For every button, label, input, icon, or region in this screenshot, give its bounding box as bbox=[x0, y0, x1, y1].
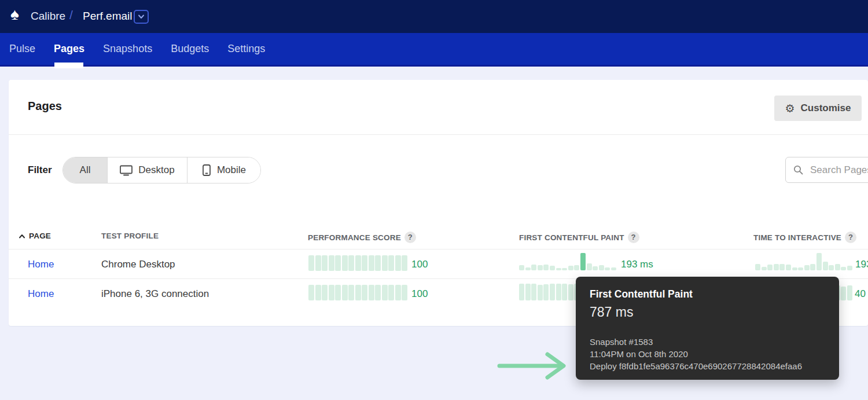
tooltip-timestamp: 11:04PM on Oct 8th 2020 bbox=[590, 348, 825, 360]
fcp-value-row1: 193 ms bbox=[621, 259, 653, 270]
column-header-time-to-interactive: TIME TO INTERACTIVE ? bbox=[753, 232, 856, 243]
annotation-arrow-icon bbox=[496, 352, 575, 380]
title-divider bbox=[9, 134, 868, 135]
performance-score-sparkline-row1[interactable] bbox=[308, 255, 407, 271]
performance-score-help-icon[interactable]: ? bbox=[404, 232, 416, 243]
calibre-spade-logo-icon[interactable]: ♠ bbox=[10, 6, 19, 23]
filter-label: Filter bbox=[28, 164, 52, 176]
active-tab-indicator bbox=[54, 63, 83, 68]
tooltip-meta: Snapshot #1583 11:04PM on Oct 8th 2020 D… bbox=[590, 336, 825, 372]
page-title: Pages bbox=[28, 100, 62, 113]
breadcrumb-project[interactable]: Perf.email bbox=[83, 10, 133, 23]
column-header-performance-score: PERFORMANCE SCORE ? bbox=[308, 232, 416, 243]
tooltip-title: First Contentful Paint bbox=[590, 288, 825, 300]
column-header-performance-score-label: PERFORMANCE SCORE bbox=[308, 233, 401, 242]
test-profile-row2: iPhone 6, 3G connection bbox=[101, 288, 209, 300]
mobile-icon bbox=[202, 164, 211, 176]
nav-item-budgets[interactable]: Budgets bbox=[171, 43, 209, 55]
nav-item-pulse[interactable]: Pulse bbox=[9, 43, 35, 55]
filter-mobile-label: Mobile bbox=[217, 164, 246, 176]
search-icon bbox=[793, 165, 803, 175]
main-navigation: Pulse Pages Snapshots Budgets Settings bbox=[0, 33, 868, 67]
filter-option-all[interactable]: All bbox=[63, 157, 108, 183]
tooltip-value: 787 ms bbox=[590, 304, 825, 320]
page-link-home-row1[interactable]: Home bbox=[28, 259, 54, 270]
column-header-test-profile: TEST PROFILE bbox=[101, 232, 159, 240]
device-filter-segmented-control: All Desktop Mobile bbox=[62, 157, 261, 184]
customise-button-label: Customise bbox=[801, 102, 851, 114]
customise-button[interactable]: ⚙ Customise bbox=[774, 96, 862, 121]
app-screen: ♠ Calibre / Perf.email Pulse Pages Snaps… bbox=[0, 0, 868, 400]
column-header-fcp-label: FIRST CONTENTFUL PAINT bbox=[519, 233, 624, 242]
filter-all-label: All bbox=[80, 164, 91, 176]
gear-icon: ⚙ bbox=[785, 102, 795, 115]
chevron-down-icon bbox=[138, 14, 145, 19]
tti-help-icon[interactable]: ? bbox=[845, 232, 856, 243]
page-link-home-row2[interactable]: Home bbox=[28, 288, 54, 300]
performance-score-value-row2: 100 bbox=[411, 288, 428, 300]
search-field-wrap bbox=[785, 157, 868, 183]
nav-item-snapshots[interactable]: Snapshots bbox=[103, 43, 152, 55]
top-header-bar: ♠ Calibre / Perf.email bbox=[0, 0, 868, 33]
tti-value-row2: 40 bbox=[855, 288, 866, 300]
tooltip-snapshot: Snapshot #1583 bbox=[590, 336, 825, 348]
breadcrumb-brand[interactable]: Calibre bbox=[31, 10, 65, 23]
performance-score-value-row1: 100 bbox=[411, 259, 428, 270]
column-header-page[interactable]: PAGE bbox=[19, 232, 51, 240]
nav-item-settings[interactable]: Settings bbox=[227, 43, 265, 55]
tti-value-row1: 193 bbox=[855, 259, 868, 270]
desktop-icon bbox=[120, 165, 133, 176]
sort-ascending-icon bbox=[19, 234, 25, 238]
fcp-help-icon[interactable]: ? bbox=[628, 232, 639, 243]
column-header-tti-label: TIME TO INTERACTIVE bbox=[753, 233, 841, 242]
metric-tooltip: First Contentful Paint 787 ms Snapshot #… bbox=[576, 277, 839, 380]
filter-desktop-label: Desktop bbox=[138, 164, 174, 176]
project-dropdown-button[interactable] bbox=[134, 10, 149, 24]
tooltip-deploy: Deploy f8fdb1fe5a96376c470e6902677288420… bbox=[590, 360, 825, 372]
performance-score-sparkline-row2[interactable] bbox=[308, 285, 407, 300]
header-divider bbox=[9, 249, 868, 249]
fcp-sparkline-row1[interactable] bbox=[519, 253, 616, 270]
nav-item-pages[interactable]: Pages bbox=[54, 43, 84, 55]
filter-option-mobile[interactable]: Mobile bbox=[187, 157, 260, 183]
breadcrumb-separator: / bbox=[69, 8, 73, 22]
column-header-page-label: PAGE bbox=[29, 232, 51, 240]
column-header-test-profile-label: TEST PROFILE bbox=[101, 232, 159, 240]
filter-option-desktop[interactable]: Desktop bbox=[108, 157, 187, 183]
tti-sparkline-row1[interactable] bbox=[755, 253, 852, 270]
column-header-first-contentful-paint: FIRST CONTENTFUL PAINT ? bbox=[519, 232, 639, 243]
test-profile-row1: Chrome Desktop bbox=[101, 259, 175, 270]
